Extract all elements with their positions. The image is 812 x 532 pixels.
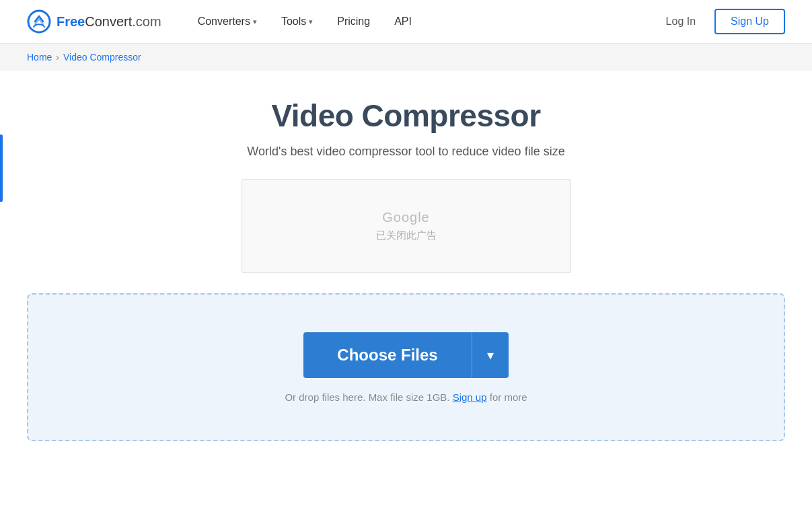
choose-files-button[interactable]: Choose Files [303,332,472,378]
choose-files-dropdown-button[interactable]: ▾ [472,332,509,378]
svg-point-0 [28,11,50,32]
drop-hint-signup-link[interactable]: Sign up [453,391,487,403]
nav-api[interactable]: API [385,10,421,33]
ad-inner: Google 已关闭此广告 [376,210,437,242]
breadcrumb-current-link[interactable]: Video Compressor [63,52,141,63]
signup-button[interactable]: Sign Up [714,9,785,34]
login-button[interactable]: Log In [658,10,704,33]
main-nav: Converters ▾ Tools ▾ Pricing API [188,10,658,33]
main-content: Video Compressor World's best video comp… [0,71,812,455]
page-subtitle: World's best video compressor tool to re… [247,145,564,159]
left-accent-bar [0,135,3,202]
logo-icon [27,9,51,34]
breadcrumb: Home › Video Compressor [0,44,812,71]
page-title: Video Compressor [271,98,540,134]
drop-hint-pre: Or drop files here. Max file size 1GB. [285,391,449,403]
breadcrumb-home-link[interactable]: Home [27,52,52,63]
ad-google-label: Google [382,210,430,225]
nav-converters[interactable]: Converters ▾ [188,10,266,33]
breadcrumb-separator: › [56,52,59,63]
nav-pricing[interactable]: Pricing [328,10,379,33]
logo-text: FreeConvert.com [57,14,161,30]
logo-free: Free [57,14,85,29]
nav-tools[interactable]: Tools ▾ [272,10,322,33]
choose-files-row: Choose Files ▾ [303,332,508,378]
dropdown-chevron-icon: ▾ [487,347,494,363]
drop-hint-text: Or drop files here. Max file size 1GB. S… [285,391,527,403]
ad-closed-text: 已关闭此广告 [376,229,437,242]
header-actions: Log In Sign Up [658,9,785,34]
logo-link[interactable]: FreeConvert.com [27,9,161,34]
converters-chevron-icon: ▾ [253,17,257,26]
logo-domain: .com [132,14,161,29]
site-header: FreeConvert.com Converters ▾ Tools ▾ Pri… [0,0,812,44]
tools-chevron-icon: ▾ [309,17,313,26]
ad-container: Google 已关闭此广告 [242,179,571,273]
logo-convert: Convert [85,14,132,29]
file-dropzone[interactable]: Choose Files ▾ Or drop files here. Max f… [27,293,785,441]
drop-hint-post: for more [490,391,527,403]
